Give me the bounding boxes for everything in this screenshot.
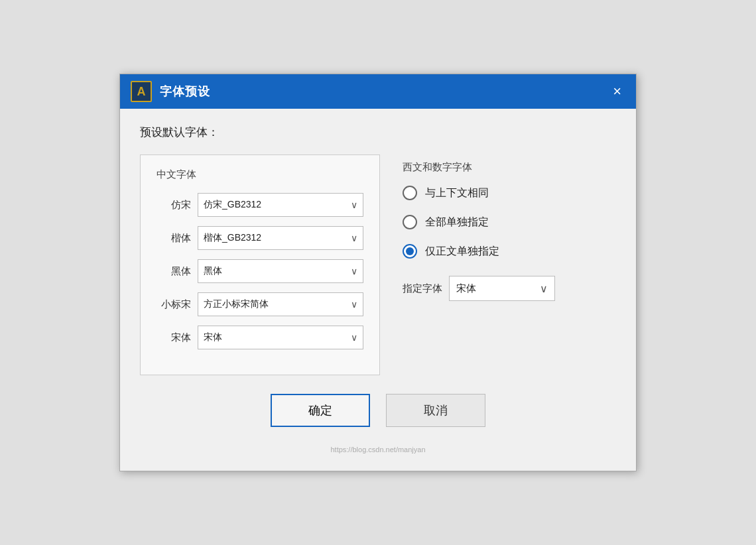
font-row-hei-ti: 黑体 黑体 ∨	[157, 259, 363, 283]
label-xiao-biao-song: 小标宋	[157, 298, 191, 311]
select-hei-ti[interactable]: 黑体 ∨	[198, 259, 363, 283]
cancel-button[interactable]: 取消	[386, 394, 485, 427]
radio-body-only-specify[interactable]: 仅正文单独指定	[403, 244, 609, 259]
radio-label-3: 仅正文单独指定	[425, 245, 499, 259]
select-xiao-biao-song[interactable]: 方正小标宋简体 ∨	[198, 292, 363, 316]
chevron-down-icon: ∨	[351, 332, 357, 343]
close-button[interactable]: ×	[609, 83, 625, 100]
chinese-font-panel: 中文字体 仿宋 仿宋_GB2312 ∨ 楷体 楷体_GB2312 ∨	[140, 154, 380, 375]
radio-circle-1	[403, 186, 417, 200]
specify-font-row: 指定字体 宋体 ∨	[403, 276, 609, 301]
app-icon: A	[131, 81, 152, 102]
chevron-down-icon: ∨	[540, 282, 548, 295]
radio-dot	[406, 247, 414, 255]
chevron-down-icon: ∨	[351, 266, 357, 276]
radio-all-specify[interactable]: 全部单独指定	[403, 215, 609, 229]
label-fang-song: 仿宋	[157, 199, 191, 212]
font-row-song-ti: 宋体 宋体 ∨	[157, 326, 363, 349]
chevron-down-icon: ∨	[351, 299, 357, 310]
radio-group: 与上下文相同 全部单独指定 仅正文单独指定	[403, 186, 609, 273]
specify-font-select[interactable]: 宋体 ∨	[449, 276, 555, 301]
radio-circle-2	[403, 215, 417, 229]
label-kai-ti: 楷体	[157, 232, 191, 245]
select-kai-ti[interactable]: 楷体_GB2312 ∨	[198, 226, 363, 250]
specify-font-label: 指定字体	[403, 282, 442, 295]
dialog-title: 字体预设	[160, 84, 609, 99]
confirm-button[interactable]: 确定	[271, 394, 370, 427]
title-bar: A 字体预设 ×	[120, 74, 636, 109]
select-song-ti[interactable]: 宋体 ∨	[198, 326, 363, 349]
radio-label-2: 全部单独指定	[425, 215, 489, 229]
button-row: 确定 取消	[140, 394, 616, 443]
font-row-kai-ti: 楷体 楷体_GB2312 ∨	[157, 226, 363, 250]
label-song-ti: 宋体	[157, 332, 191, 344]
font-row-fang-song: 仿宋 仿宋_GB2312 ∨	[157, 193, 363, 217]
font-preset-dialog: A 字体预设 × 预设默认字体： 中文字体 仿宋 仿宋_GB2312 ∨ 楷体	[119, 74, 637, 471]
radio-same-as-context[interactable]: 与上下文相同	[403, 186, 609, 200]
dialog-body: 预设默认字体： 中文字体 仿宋 仿宋_GB2312 ∨ 楷体 楷体_GB2312…	[120, 109, 636, 471]
font-row-xiao-biao-song: 小标宋 方正小标宋简体 ∨	[157, 292, 363, 316]
chevron-down-icon: ∨	[351, 200, 357, 210]
western-panel-label: 西文和数字字体	[403, 161, 609, 174]
radio-label-1: 与上下文相同	[425, 186, 489, 200]
radio-circle-3	[403, 244, 417, 259]
label-hei-ti: 黑体	[157, 265, 191, 278]
preset-default-label: 预设默认字体：	[140, 125, 616, 140]
panels-container: 中文字体 仿宋 仿宋_GB2312 ∨ 楷体 楷体_GB2312 ∨	[140, 154, 616, 375]
watermark: https://blog.csdn.net/manjyan	[140, 446, 616, 457]
select-fang-song[interactable]: 仿宋_GB2312 ∨	[198, 193, 363, 217]
chinese-panel-label: 中文字体	[157, 168, 363, 181]
chevron-down-icon: ∨	[351, 233, 357, 243]
western-font-panel: 西文和数字字体 与上下文相同 全部单独指定 仅正文单独指定	[396, 154, 616, 375]
